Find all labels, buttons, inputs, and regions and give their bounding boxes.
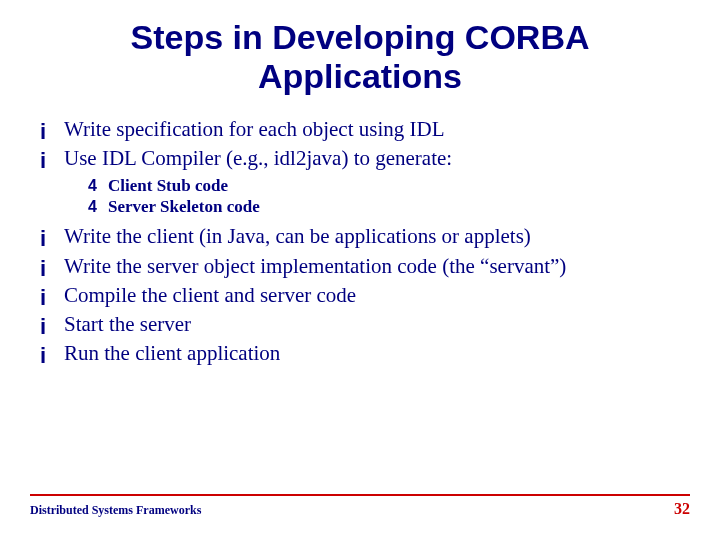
list-item: i Write the client (in Java, can be appl…: [40, 223, 690, 250]
sub-bullet-icon: 4: [88, 175, 108, 194]
footer-title: Distributed Systems Frameworks: [30, 503, 201, 518]
sub-list: 4 Client Stub code 4 Server Skeleton cod…: [40, 175, 690, 218]
list-item: i Run the client application: [40, 340, 690, 367]
slide-title: Steps in Developing CORBA Applications: [30, 18, 690, 96]
sub-bullet-icon: 4: [88, 196, 108, 215]
list-item-text: Write specification for each object usin…: [64, 116, 690, 143]
list-item-text: Write the client (in Java, can be applic…: [64, 223, 690, 250]
list-item: i Compile the client and server code: [40, 282, 690, 309]
bullet-icon: i: [40, 311, 64, 338]
list-item-text: Use IDL Compiler (e.g., idl2java) to gen…: [64, 145, 690, 172]
bullet-icon: i: [40, 340, 64, 367]
bullet-icon: i: [40, 116, 64, 143]
page-number: 32: [674, 500, 690, 518]
bullet-icon: i: [40, 253, 64, 280]
list-item-text: Write the server object implementation c…: [64, 253, 690, 280]
list-item-text: Start the server: [64, 311, 690, 338]
sub-list-item-text: Client Stub code: [108, 175, 690, 196]
footer: Distributed Systems Frameworks 32: [30, 494, 690, 518]
sub-list-item-text: Server Skeleton code: [108, 196, 690, 217]
list-item: i Write specification for each object us…: [40, 116, 690, 143]
sub-list-item: 4 Client Stub code: [88, 175, 690, 196]
sub-list-item: 4 Server Skeleton code: [88, 196, 690, 217]
list-item-text: Compile the client and server code: [64, 282, 690, 309]
footer-row: Distributed Systems Frameworks 32: [30, 500, 690, 518]
bullet-icon: i: [40, 282, 64, 309]
bullet-icon: i: [40, 223, 64, 250]
list-item: i Start the server: [40, 311, 690, 338]
divider: [30, 494, 690, 496]
content-list: i Write specification for each object us…: [30, 116, 690, 368]
slide: Steps in Developing CORBA Applications i…: [0, 0, 720, 540]
list-item: i Write the server object implementation…: [40, 253, 690, 280]
list-item-text: Run the client application: [64, 340, 690, 367]
list-item: i Use IDL Compiler (e.g., idl2java) to g…: [40, 145, 690, 172]
bullet-icon: i: [40, 145, 64, 172]
